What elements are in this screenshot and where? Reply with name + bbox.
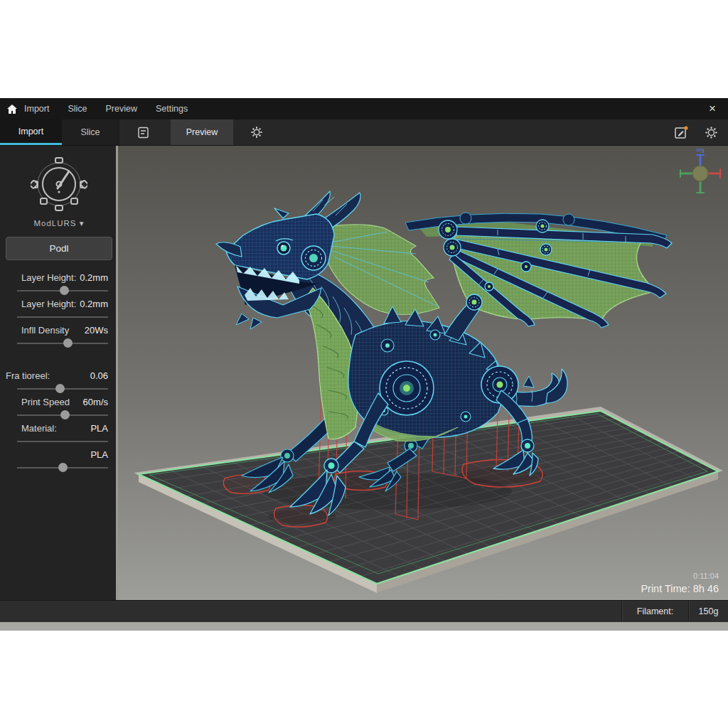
layer-height-slider[interactable] [0, 286, 118, 295]
jaw-gear-joint [301, 246, 326, 270]
setting-value: 20Ws [85, 325, 108, 336]
edit-box-icon[interactable] [674, 125, 689, 140]
setting-label: Infll Density [21, 325, 69, 336]
tab-import[interactable]: Import [0, 119, 62, 145]
slider-thumb[interactable] [60, 286, 69, 295]
print-time: Print Time: 8h 46 [641, 583, 719, 594]
setting-value: 0.06 [90, 370, 108, 381]
menu-bar: Import Slice Preview Settings × [0, 98, 728, 119]
menu-item-preview[interactable]: Preview [106, 104, 137, 114]
tab-document[interactable] [119, 119, 166, 145]
setting-label: Fra tioreel: [6, 370, 50, 381]
3d-viewport[interactable]: org 0:11:04 Print Time: 8h 46 [118, 146, 728, 600]
setting-label: Layer Height: [21, 272, 76, 283]
brand-label[interactable]: ModLURS ▾ [0, 218, 118, 228]
material-slider[interactable] [0, 463, 118, 472]
slicer-window: Import Slice Preview Settings × Import S… [0, 98, 728, 629]
setting-value: 0.2mm [80, 272, 108, 283]
fratioreel-slider[interactable] [0, 384, 118, 393]
status-bar: Filament: 150g [0, 600, 728, 622]
setting-row-layer-height-1: Layer Height: 0.2mm [0, 269, 118, 295]
infill-density-slider[interactable] [0, 338, 118, 348]
setting-row-print-speed: Print Speed 60m/s [0, 393, 118, 419]
menu-item-import[interactable]: Import [24, 104, 49, 114]
menu-item-slice[interactable]: Slice [68, 104, 87, 114]
setting-value: PLA [90, 449, 108, 460]
home-icon[interactable] [0, 105, 24, 114]
menu-item-settings[interactable]: Settings [156, 104, 188, 114]
setting-row-layer-height-2: Layer Height: 0.2mm [0, 295, 118, 321]
profile-button[interactable]: Podl [6, 237, 112, 260]
setting-row-infill-density: Infll Density 20Ws [0, 321, 118, 348]
tab-gear[interactable] [233, 119, 280, 145]
3d-canvas[interactable]: org [118, 146, 728, 600]
setting-row-material: Material: PLA [0, 419, 118, 446]
setting-label: Print Speed [21, 397, 70, 407]
filament-label: Filament: [621, 601, 688, 622]
document-icon [137, 127, 149, 139]
filament-value: 150g [688, 601, 728, 622]
slider-thumb[interactable] [60, 410, 70, 419]
divider [0, 312, 118, 321]
slider-thumb[interactable] [58, 463, 68, 472]
setting-label: Material: [21, 423, 57, 434]
setting-row-fratioreel: Fra tioreel: 0.06 [0, 367, 118, 393]
setting-row-material-2: PLA [0, 446, 118, 472]
settings-sidebar: ModLURS ▾ Podl Layer Height: 0.2mm Layer… [0, 146, 118, 600]
tab-bar: Import Slice Preview [0, 119, 728, 146]
slider-thumb[interactable] [63, 338, 73, 348]
gauge-dial-icon [31, 156, 87, 213]
slider-thumb[interactable] [55, 384, 65, 393]
elapsed-time: 0:11:04 [693, 572, 719, 580]
tab-preview[interactable]: Preview [171, 119, 233, 145]
window-bottom-strip [0, 622, 728, 631]
setting-value: 60m/s [83, 397, 108, 407]
gear-icon[interactable] [705, 126, 718, 139]
chest-gear-joint [380, 361, 434, 415]
divider [0, 437, 118, 446]
close-icon[interactable]: × [702, 98, 722, 119]
print-speed-slider[interactable] [0, 410, 118, 419]
setting-value: 0.2mm [80, 299, 108, 309]
gizmo-label: org [697, 146, 705, 153]
setting-value: PLA [90, 423, 108, 434]
tab-slice[interactable]: Slice [62, 119, 119, 145]
gear-icon [250, 126, 263, 139]
setting-label: Layer Height: [21, 299, 76, 309]
settings-list: Layer Height: 0.2mm Layer Height: 0.2mm … [0, 269, 118, 472]
